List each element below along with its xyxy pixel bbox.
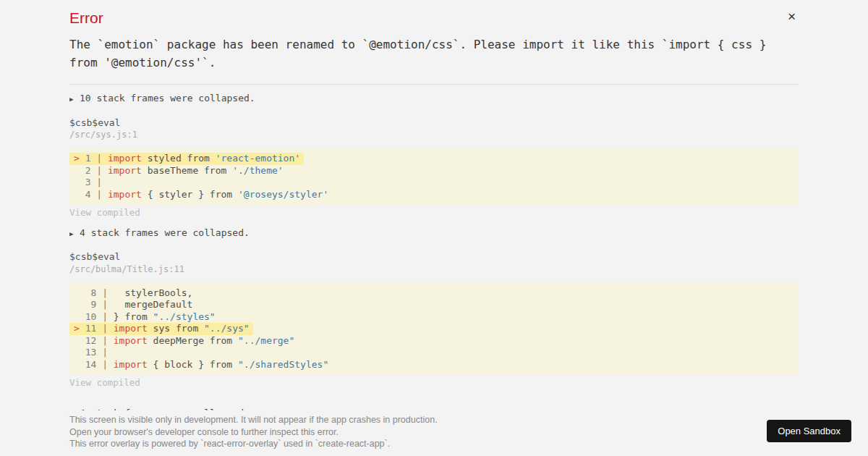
collapse-arrow-icon: ▶ (69, 93, 80, 106)
error-line-marker (74, 165, 85, 176)
stack-frame-location: /src/sys.js:1 (69, 129, 799, 140)
error-title: Error (69, 9, 799, 27)
code-line: 9 | mergeDefault (69, 299, 799, 311)
error-line-marker (74, 189, 85, 200)
error-line-marker (74, 335, 85, 346)
view-compiled-link[interactable]: View compiled (69, 377, 799, 389)
collapse-arrow-icon: ▶ (69, 408, 80, 411)
code-line: > 1 | import styled from 'react-emotion' (69, 153, 799, 165)
code-line: 12 | import deepMerge from "../merge" (69, 335, 799, 347)
collapsed-frames-label: 4 stack frames were collapsed. (80, 408, 250, 411)
close-icon[interactable]: × (788, 9, 796, 23)
divider (69, 84, 799, 85)
error-line-marker (74, 299, 85, 310)
code-line: 13 | (69, 347, 799, 359)
collapsed-frames-toggle[interactable]: ▶10 stack frames were collapsed. (69, 93, 799, 106)
view-compiled-link[interactable]: View compiled (69, 207, 799, 219)
code-line: 2 | import baseTheme from './theme' (69, 165, 799, 177)
footer-note: Open your browser's developer console to… (69, 426, 799, 439)
collapsed-frames-toggle[interactable]: ▶4 stack frames were collapsed. (69, 227, 799, 240)
footer: This screen is visible only in developme… (69, 414, 799, 450)
error-line-marker (74, 177, 85, 187)
error-message: The `emotion` package has been renamed t… (69, 35, 782, 72)
code-line: 4 | import { styler } from '@roseys/styl… (69, 189, 799, 201)
error-line-marker (74, 359, 85, 370)
error-line-marker: > (74, 323, 85, 334)
error-overlay: { "colors": { "bg": "#f3f3f3", "title-re… (0, 0, 868, 456)
error-line-marker (74, 287, 85, 298)
stack-frame-function: $csb$eval (69, 117, 799, 130)
code-line: 3 | (69, 177, 799, 189)
error-line-marker: > (74, 153, 85, 164)
open-sandbox-button[interactable]: Open Sandbox (767, 420, 851, 442)
code-line: 14 | import { block } from "./sharedStyl… (69, 359, 799, 371)
collapsed-frames-label: 10 stack frames were collapsed. (80, 93, 255, 104)
collapse-arrow-icon: ▶ (69, 228, 80, 240)
error-line-marker (74, 311, 85, 322)
stack-frame-location: /src/bulma/Title.js:11 (69, 263, 799, 275)
error-line-marker (74, 347, 85, 358)
collapsed-frames-label: 4 stack frames were collapsed. (80, 227, 250, 238)
code-line: 10 | } from "../styles" (69, 311, 799, 324)
code-block: > 1 | import styled from 'react-emotion'… (69, 148, 799, 205)
code-line: > 11 | import sys from "../sys" (69, 323, 799, 335)
code-line: 8 | stylerBools, (69, 287, 799, 300)
footer-note: This error overlay is powered by `react-… (69, 438, 799, 450)
code-block: 8 | stylerBools, 9 | mergeDefault 10 | }… (69, 283, 799, 376)
error-overlay-content: Error × The `emotion` package has been r… (69, 0, 799, 410)
truncated-collapsed-frames[interactable]: ▶4 stack frames were collapsed. (69, 408, 799, 411)
footer-note: This screen is visible only in developme… (69, 414, 799, 426)
stack-frame-function: $csb$eval (69, 251, 799, 263)
